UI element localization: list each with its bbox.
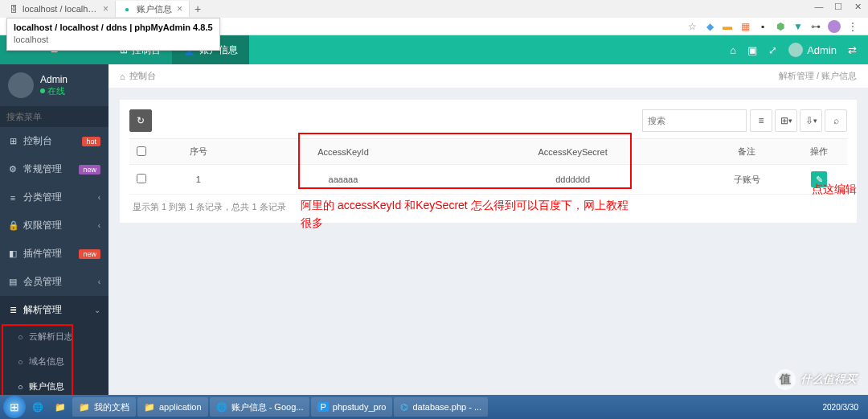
chrome-icon: 🌐 — [216, 402, 227, 413]
body: Admin 在线 🔍 ⊞控制台hot ⚙常规管理new ≡分类管理‹ 🔒权限管理… — [0, 64, 868, 395]
subnav-wrap: ○云解析日志 ○域名信息 ○账户信息 — [0, 324, 108, 395]
columns-button[interactable]: ≡ — [750, 109, 772, 132]
tab-tooltip: localhost / localhost / ddns | phpMyAdmi… — [6, 18, 220, 51]
folder-icon: 📁 — [79, 402, 90, 413]
settings-icon[interactable]: ⇄ — [848, 44, 857, 56]
col-remark[interactable]: 备注 — [702, 139, 791, 165]
sidebar-search[interactable]: 🔍 — [0, 106, 108, 127]
close-icon[interactable]: × — [177, 3, 182, 14]
close-icon[interactable]: × — [103, 3, 108, 14]
col-action[interactable]: 操作 — [791, 139, 847, 165]
taskbar-item[interactable]: 📁application — [137, 397, 208, 417]
chevron-down-icon: ⌄ — [94, 306, 100, 314]
ext-icon[interactable]: ▬ — [722, 21, 733, 32]
profile-avatar[interactable] — [828, 20, 841, 33]
breadcrumb-home[interactable]: 控制台 — [129, 70, 156, 82]
subnav-domain-info[interactable]: ○域名信息 — [0, 349, 108, 374]
plugin-icon: ◧ — [8, 249, 18, 259]
sidebar-subnav: ○云解析日志 ○域名信息 ○账户信息 — [0, 324, 108, 395]
taskbar-ie[interactable]: 🌐 — [27, 397, 48, 417]
view-button[interactable]: ⊞ — [775, 109, 797, 132]
gear-icon: ⚙ — [8, 164, 18, 175]
taskbar: ⊞ 🌐 📁 📁我的文档 📁application 🌐账户信息 - Goog...… — [0, 395, 868, 419]
chevron-left-icon: ‹ — [98, 193, 100, 202]
admin-menu[interactable]: Admin — [788, 43, 837, 57]
dashboard-icon: ⊞ — [8, 136, 18, 146]
badge-new: new — [79, 165, 100, 175]
breadcrumb: ⌂控制台 解析管理 / 账户信息 — [108, 64, 868, 88]
select-all-checkbox[interactable] — [137, 146, 146, 156]
col-index[interactable]: 序号 — [154, 139, 244, 165]
folder-icon: 📁 — [144, 402, 155, 413]
sidebar-item-dns[interactable]: ≣解析管理⌄ — [0, 296, 108, 324]
taskbar-explorer[interactable]: 📁 — [50, 397, 71, 417]
menu-icon[interactable]: ⋮ — [847, 21, 858, 32]
user-name: Admin — [40, 74, 68, 85]
close-button[interactable]: ✕ — [850, 2, 865, 12]
table-row: 1 aaaaaa ddddddd 子账号 ✎ — [129, 165, 847, 195]
star-icon[interactable]: ☆ — [686, 21, 698, 32]
sidebar-item-member[interactable]: ▤会员管理‹ — [0, 268, 108, 296]
content: ⌂控制台 解析管理 / 账户信息 ↻ ≡ ⊞ ⇩ ⌕ — [108, 64, 868, 395]
subnav-dns-log[interactable]: ○云解析日志 — [0, 324, 108, 349]
extension-icons: ☆ ◆ ▬ ▦ ▪ ⬢ ▼ ⊶ ⋮ — [686, 20, 863, 33]
export-button[interactable]: ⇩ — [800, 109, 822, 132]
taskbar-item[interactable]: ⌬database.php - ... — [394, 397, 488, 417]
new-tab-button[interactable]: + — [190, 2, 206, 15]
sidebar-item-permission[interactable]: 🔒权限管理‹ — [0, 212, 108, 240]
data-table: 序号 AccessKeyId AccessKeySecret 备注 操作 1 a… — [129, 138, 847, 195]
ext-icon[interactable]: ◆ — [704, 21, 715, 32]
cell-accesskeyid: aaaaaa — [244, 165, 443, 195]
row-checkbox[interactable] — [137, 174, 146, 183]
subnav-account-info[interactable]: ○账户信息 — [0, 374, 108, 395]
sidebar-item-dashboard[interactable]: ⊞控制台hot — [0, 127, 108, 155]
table-search-input[interactable] — [642, 109, 747, 132]
taskbar-item[interactable]: 🌐账户信息 - Goog... — [210, 397, 310, 417]
fullscreen-icon[interactable]: ⤢ — [768, 44, 777, 56]
grid-icon[interactable]: ▣ — [747, 44, 757, 56]
browser-tab-account[interactable]: ● 账户信息 × — [116, 1, 190, 17]
home-icon[interactable]: ⌂ — [730, 44, 736, 56]
annotation-edit-hint: 点这编辑 — [812, 180, 857, 198]
tooltip-title: localhost / localhost / ddns | phpMyAdmi… — [14, 22, 213, 34]
maximize-button[interactable]: ☐ — [831, 2, 845, 12]
taskbar-tray: 2020/3/30 — [823, 403, 866, 412]
taskbar-item[interactable]: 📁我的文档 — [72, 397, 136, 417]
vscode-icon: ⌬ — [400, 402, 408, 413]
start-button[interactable]: ⊞ — [3, 396, 26, 418]
chevron-left-icon: ‹ — [98, 277, 100, 286]
taskbar-item[interactable]: Pphpstudy_pro — [311, 397, 392, 417]
ext-icon[interactable]: ⬢ — [775, 21, 786, 32]
col-accesskeyid[interactable]: AccessKeyId — [244, 139, 443, 165]
ext-icon[interactable]: ▦ — [739, 21, 751, 32]
sidebar-item-plugin[interactable]: ◧插件管理new — [0, 240, 108, 268]
phpstudy-icon: P — [317, 402, 328, 412]
admin-name: Admin — [807, 44, 837, 56]
tab-title: localhost / localhost / ddns | p — [23, 4, 98, 14]
sidebar-item-category[interactable]: ≡分类管理‹ — [0, 183, 108, 212]
tray-time[interactable]: 2020/3/30 — [823, 403, 859, 412]
avatar — [8, 72, 34, 98]
tab-title: 账户信息 — [137, 3, 172, 15]
refresh-button[interactable]: ↻ — [129, 109, 152, 132]
status-dot-icon — [40, 88, 45, 93]
lock-icon: 🔒 — [8, 220, 18, 231]
browser-chrome: 🗄 localhost / localhost / ddns | p × ● 账… — [0, 0, 868, 35]
watermark-icon: 值 — [775, 369, 796, 390]
minimize-button[interactable]: — — [812, 2, 826, 12]
badge-hot: hot — [82, 137, 100, 146]
user-status: 在线 — [40, 85, 68, 97]
search-input[interactable] — [6, 112, 117, 121]
tooltip-sub: localhost — [14, 34, 213, 46]
sidebar: Admin 在线 🔍 ⊞控制台hot ⚙常规管理new ≡分类管理‹ 🔒权限管理… — [0, 64, 108, 395]
sidebar-item-general[interactable]: ⚙常规管理new — [0, 155, 108, 183]
search-button[interactable]: ⌕ — [825, 109, 847, 132]
browser-tab-phpmyadmin[interactable]: 🗄 localhost / localhost / ddns | p × — [3, 1, 116, 17]
list-icon: ≡ — [8, 193, 18, 203]
ext-icon[interactable]: ▪ — [757, 21, 768, 32]
col-accesskeysecret[interactable]: AccessKeySecret — [443, 139, 702, 165]
circle-icon: ○ — [18, 332, 23, 342]
shield-icon[interactable]: ▼ — [792, 21, 804, 32]
sidebar-nav: ⊞控制台hot ⚙常规管理new ≡分类管理‹ 🔒权限管理‹ ◧插件管理new … — [0, 127, 108, 324]
key-icon[interactable]: ⊶ — [810, 21, 821, 32]
